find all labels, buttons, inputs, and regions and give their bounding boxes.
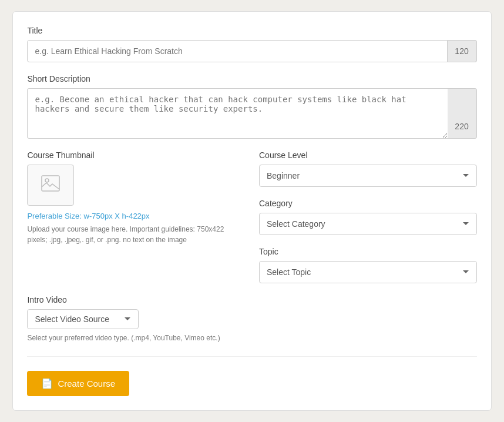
title-input[interactable] [27,40,447,62]
thumbnail-upload-box[interactable] [27,165,74,206]
thumbnail-col: Course Thumbnail Preferable Size: w-750p… [27,150,245,295]
video-source-select[interactable]: Select Video Source Self Hosted (.mp4) Y… [27,309,139,329]
topic-group: Topic Select Topic [259,247,477,283]
video-hint: Select your preferred video type. (.mp4,… [27,334,476,342]
title-char-count: 120 [448,40,477,62]
image-icon [41,175,60,195]
course-level-select[interactable]: Beginner Intermediate Advanced Expert [259,165,477,187]
short-desc-group: Short Description 220 [27,74,476,139]
category-label: Category [259,199,477,208]
title-input-wrapper: 120 [27,40,476,62]
intro-video-section: Intro Video Select Video Source Self Hos… [27,295,476,342]
topic-select[interactable]: Select Topic [259,261,477,283]
course-level-wrapper: Beginner Intermediate Advanced Expert [259,165,477,187]
category-select[interactable]: Select Category [259,213,477,235]
title-group: Title 120 [27,26,476,62]
thumbnail-label: Course Thumbnail [27,150,245,160]
short-desc-label: Short Description [27,74,476,83]
topic-label: Topic [259,247,477,256]
category-wrapper: Select Category [259,213,477,235]
short-desc-input[interactable] [27,88,447,139]
upload-hint: Upload your course image here. Important… [27,224,245,245]
create-course-card: Title 120 Short Description 220 Course T… [12,11,491,411]
course-level-label: Course Level [259,150,477,160]
svg-rect-0 [42,176,59,191]
divider [27,356,476,357]
create-course-label: Create Course [58,379,115,388]
intro-video-label: Intro Video [27,295,476,304]
title-label: Title [27,26,476,35]
svg-point-1 [45,179,49,182]
category-group: Category Select Category [259,199,477,235]
topic-wrapper: Select Topic [259,261,477,283]
short-desc-wrapper: 220 [27,88,476,139]
two-col-section: Course Thumbnail Preferable Size: w-750p… [27,150,476,295]
preferred-size-link[interactable]: Preferable Size: w-750px X h-422px [27,212,245,220]
create-course-button[interactable]: 📄 Create Course [27,371,129,396]
course-level-group: Course Level Beginner Intermediate Advan… [259,150,477,187]
create-course-icon: 📄 [41,378,53,389]
right-col: Course Level Beginner Intermediate Advan… [259,150,477,295]
short-desc-char-count: 220 [448,88,477,139]
thumbnail-group: Course Thumbnail Preferable Size: w-750p… [27,150,245,245]
